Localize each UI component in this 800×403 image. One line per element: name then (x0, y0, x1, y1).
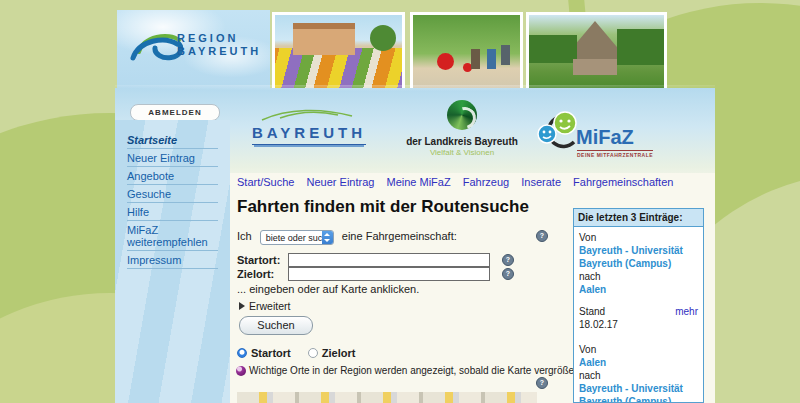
map-preview[interactable] (237, 392, 537, 403)
stand-label: Stand (579, 306, 605, 317)
sidebar-item-impressum[interactable]: Impressum (127, 251, 218, 269)
latest-entries-box: Die letzten 3 Einträge: Von Bayreuth - U… (573, 208, 704, 403)
region-logo-line1: REGION (177, 32, 261, 45)
nav-meine-mifaz[interactable]: Meine MiFaZ (386, 176, 450, 188)
map-mode-radios: Startort Zielort (237, 347, 355, 359)
sidebar-item-gesuche[interactable]: Gesuche (127, 185, 218, 203)
region-swoosh-icon (125, 26, 183, 70)
help-icon-startort[interactable]: ? (502, 254, 514, 266)
nav-fahrgemeinschaften[interactable]: Fahrgemeinschaften (573, 176, 673, 188)
map-hint-text: ... eingeben oder auf Karte anklicken. (237, 283, 419, 295)
farmhouse-photo (526, 12, 667, 92)
sidebar-item-angebote[interactable]: Angebote (127, 167, 218, 185)
von-label: Von (579, 343, 698, 356)
sidebar-item-startseite[interactable]: Startseite (127, 120, 218, 149)
page: REGION BAYREUTH ABMELDEN BAYREUTH der La… (0, 0, 800, 403)
von-label: Von (579, 231, 698, 244)
nav-inserate[interactable]: Inserate (521, 176, 561, 188)
mode-prefix-label: Ich (237, 230, 252, 242)
abmelden-button[interactable]: ABMELDEN (130, 104, 220, 121)
landkreis-swirl-icon (447, 100, 477, 130)
top-navigation: Start/Suche Neuer Eintrag Meine MiFaZ Fa… (237, 176, 682, 188)
nach-label: nach (579, 270, 698, 283)
radio-startort-selected[interactable] (237, 348, 247, 358)
nav-start-suche[interactable]: Start/Suche (237, 176, 294, 188)
sidebar-item-neuer-eintrag[interactable]: Neuer Eintrag (127, 149, 218, 167)
landkreis-bayreuth-logo: der Landkreis Bayreuth Vielfalt & Vision… (398, 100, 526, 157)
erweitert-toggle[interactable]: Erweitert (239, 300, 290, 312)
page-title: Fahrten finden mit der Routensuche (237, 197, 529, 217)
nav-fahrzeug[interactable]: Fahrzeug (463, 176, 509, 188)
festspielhaus-photo (272, 12, 405, 92)
landkreis-logo-title: der Landkreis Bayreuth (398, 136, 526, 147)
select-stepper-icon (322, 231, 333, 244)
radio-zielort-label: Zielort (322, 347, 356, 359)
mifaz-logo-title: MiFaZ (576, 126, 634, 149)
radio-zielort-unselected[interactable] (308, 348, 318, 358)
entry-to-link[interactable]: Bayreuth - Universität Bayreuth (Campus) (579, 382, 698, 403)
suchen-button[interactable]: Suchen (239, 316, 313, 335)
mifaz-logo-subtitle: DEINE MITFAHRZENTRALE (577, 150, 653, 158)
sidebar-item-mifaz-weiterempfehlen[interactable]: MiFaZ weiterempfehlen (127, 221, 218, 251)
erweitert-label: Erweitert (249, 300, 290, 312)
help-icon-zielort[interactable]: ? (502, 268, 514, 280)
mifaz-logo: MiFaZ DEINE MITFAHRZENTRALE (534, 110, 654, 160)
entry-from-link[interactable]: Bayreuth - Universität Bayreuth (Campus) (579, 244, 698, 270)
mode-suffix-label: eine Fahrgemeinschaft: (342, 230, 457, 242)
landkreis-logo-subtitle: Vielfalt & Visionen (398, 148, 526, 157)
entry-from-link[interactable]: Aalen (579, 356, 698, 369)
region-bayreuth-logo-panel: REGION BAYREUTH (117, 10, 270, 95)
sidebar-item-hilfe[interactable]: Hilfe (127, 203, 218, 221)
nach-label: nach (579, 369, 698, 382)
city-logo-arc-icon (260, 106, 356, 122)
startort-input[interactable] (288, 253, 490, 267)
latest-entries-title: Die letzten 3 Einträge: (574, 209, 703, 227)
stand-row: mehr Stand 18.02.17 (579, 305, 698, 331)
stand-date: 18.02.17 (579, 318, 698, 331)
region-logo-line2: BAYREUTH (177, 45, 261, 58)
triangle-right-icon (239, 302, 245, 310)
list-item: Von Bayreuth - Universität Bayreuth (Cam… (579, 231, 698, 331)
help-icon-map[interactable]: ? (536, 377, 548, 389)
zielort-label: Zielort: (237, 268, 274, 280)
mode-row: Ich biete oder suche eine Fahrgemeinscha… (237, 228, 457, 244)
radio-startort-label: Startort (251, 347, 291, 359)
mifaz-faces-icon (534, 110, 582, 156)
poi-note-row: Wichtige Orte in der Region werden angez… (236, 365, 604, 376)
list-item: Von Aalen nach Bayreuth - Universität Ba… (579, 343, 698, 403)
playground-photo (410, 12, 523, 92)
startort-label: Startort: (237, 254, 280, 266)
help-icon-mode[interactable]: ? (536, 230, 548, 242)
nav-neuer-eintrag[interactable]: Neuer Eintrag (307, 176, 375, 188)
mehr-link[interactable]: mehr (675, 305, 698, 318)
poi-note-text: Wichtige Orte in der Region werden angez… (249, 365, 604, 376)
bayreuth-city-logo: BAYREUTH (252, 124, 366, 145)
zielort-input[interactable] (288, 267, 490, 281)
sidebar: Startseite Neuer Eintrag Angebote Gesuch… (115, 120, 230, 403)
entry-to-link[interactable]: Aalen (579, 283, 698, 296)
mode-select[interactable]: biete oder suche (260, 230, 334, 245)
latest-entries-body: Von Bayreuth - Universität Bayreuth (Cam… (574, 227, 703, 403)
poi-marker-icon (236, 366, 246, 376)
